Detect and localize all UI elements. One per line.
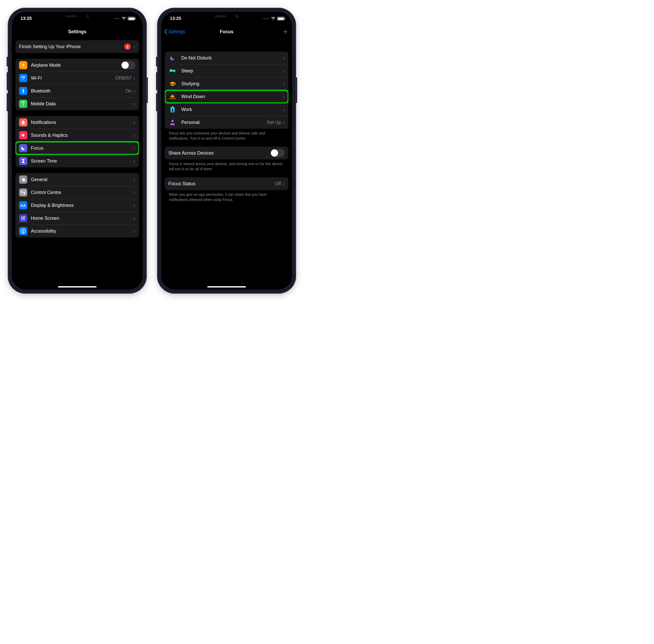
wifi-icon — [271, 17, 276, 20]
row-sounds-haptics[interactable]: Sounds & Haptics › — [16, 129, 139, 142]
row-label: Work — [181, 107, 282, 112]
row-finish-setup[interactable]: Finish Setting Up Your iPhone 1 › — [16, 40, 139, 53]
row-label: Notifications — [31, 120, 133, 125]
phone-left: 13:25 Settings Finish Setting Up Your iP… — [8, 8, 147, 294]
row-label: Home Screen — [31, 215, 133, 221]
svg-rect-10 — [21, 219, 25, 220]
bed-icon — [168, 69, 177, 73]
row-screen-time[interactable]: Screen Time › — [16, 155, 139, 167]
row-focus[interactable]: Focus › — [16, 142, 139, 155]
notch — [54, 12, 100, 21]
row-label: Sounds & Haptics — [31, 133, 133, 138]
moon-icon — [168, 55, 177, 61]
row-general[interactable]: General › — [16, 173, 139, 186]
row-label: General — [31, 177, 133, 182]
chevron-right-icon: › — [282, 106, 285, 113]
row-label: Wi-Fi — [31, 75, 115, 81]
svg-rect-8 — [23, 218, 24, 219]
row-do-not-disturb[interactable]: Do Not Disturb › — [165, 51, 288, 64]
recording-indicator-icon — [263, 18, 269, 19]
row-label: Accessibility — [31, 229, 133, 234]
svg-rect-9 — [24, 218, 25, 219]
gear-icon — [19, 176, 27, 184]
svg-point-3 — [24, 193, 25, 194]
back-button[interactable]: Settings — [164, 29, 185, 34]
group-finish-setup: Finish Setting Up Your iPhone 1 › — [16, 40, 139, 53]
row-value: Off — [275, 181, 281, 186]
svg-rect-6 — [24, 216, 25, 217]
bell-icon — [19, 118, 27, 127]
home-indicator[interactable] — [58, 286, 97, 288]
row-sleep[interactable]: Sleep › — [165, 64, 288, 77]
focus-content[interactable]: Do Not Disturb › Sleep › Studying › — [161, 38, 292, 290]
row-display-brightness[interactable]: AA Display & Brightness › — [16, 199, 139, 212]
svg-rect-14 — [172, 107, 173, 108]
wifi-settings-icon — [19, 74, 27, 82]
share-toggle[interactable] — [270, 149, 285, 157]
settings-content[interactable]: Finish Setting Up Your iPhone 1 › ✈︎ Air… — [12, 38, 143, 290]
row-focus-status[interactable]: Focus Status Off › — [165, 177, 288, 190]
battery-icon — [128, 17, 135, 20]
chevron-right-icon: › — [133, 176, 136, 183]
row-studying[interactable]: Studying › — [165, 77, 288, 90]
chevron-right-icon: › — [133, 228, 136, 234]
row-label: Control Centre — [31, 190, 133, 195]
page-title: Settings — [68, 29, 86, 34]
row-wind-down[interactable]: Wind Down › — [165, 90, 288, 103]
row-share-across-devices[interactable]: Share Across Devices — [165, 146, 288, 159]
hourglass-icon — [19, 157, 27, 165]
chevron-right-icon: › — [133, 158, 136, 164]
person-icon — [168, 119, 177, 125]
grid-icon — [19, 214, 27, 222]
badge-icon — [168, 107, 177, 113]
antenna-icon — [19, 100, 27, 108]
row-label: Finish Setting Up Your iPhone — [19, 44, 124, 49]
row-home-screen[interactable]: Home Screen › — [16, 212, 139, 225]
add-focus-button[interactable]: + — [283, 27, 288, 36]
text-size-icon: AA — [19, 201, 27, 209]
row-notifications[interactable]: Notifications › — [16, 116, 139, 129]
row-label: Studying — [181, 81, 282, 87]
group-focus-modes: Do Not Disturb › Sleep › Studying › — [165, 51, 288, 129]
footer-focus-info: Focus lets you customise your devices an… — [165, 129, 288, 141]
status-time: 13:25 — [170, 16, 181, 21]
screen-right: 13:25 Settings Focus + Do — [161, 12, 292, 290]
group-share: Share Across Devices — [165, 146, 288, 159]
battery-icon — [277, 17, 284, 20]
row-accessibility[interactable]: Accessibility › — [16, 225, 139, 237]
chevron-right-icon: › — [133, 43, 136, 50]
row-label: Airplane Mode — [31, 63, 121, 68]
svg-point-16 — [171, 120, 174, 122]
chevron-right-icon: › — [133, 202, 136, 209]
row-value: Set Up — [267, 120, 281, 125]
status-right — [114, 17, 135, 20]
group-general: General › Control Centre › AA Display & … — [16, 173, 139, 237]
chevron-right-icon: › — [133, 88, 136, 94]
row-personal[interactable]: Personal Set Up › — [165, 116, 288, 129]
chevron-right-icon: › — [133, 145, 136, 152]
airplane-toggle[interactable] — [121, 61, 136, 69]
chevron-right-icon: › — [282, 80, 285, 87]
chevron-right-icon: › — [282, 68, 285, 74]
row-value: ORBI57 — [115, 75, 132, 81]
wifi-icon — [121, 17, 126, 20]
row-wifi[interactable]: Wi-Fi ORBI57 › — [16, 72, 139, 85]
row-airplane-mode[interactable]: ✈︎ Airplane Mode — [16, 59, 139, 72]
chevron-right-icon: › — [282, 54, 285, 61]
svg-point-15 — [172, 109, 173, 110]
home-indicator[interactable] — [207, 286, 246, 288]
airplane-icon: ✈︎ — [19, 61, 27, 69]
recording-indicator-icon — [114, 18, 119, 19]
page-title: Focus — [219, 29, 233, 34]
bluetooth-icon — [19, 87, 27, 95]
row-label: Focus Status — [168, 181, 275, 186]
chevron-right-icon: › — [133, 215, 136, 222]
row-work[interactable]: Work › — [165, 103, 288, 116]
row-value: On — [125, 88, 132, 94]
row-control-centre[interactable]: Control Centre › — [16, 186, 139, 199]
row-mobile-data[interactable]: Mobile Data › — [16, 97, 139, 110]
row-label: Do Not Disturb — [181, 55, 282, 61]
row-bluetooth[interactable]: Bluetooth On › — [16, 85, 139, 97]
row-label: Share Across Devices — [168, 151, 270, 156]
accessibility-icon — [19, 227, 27, 235]
